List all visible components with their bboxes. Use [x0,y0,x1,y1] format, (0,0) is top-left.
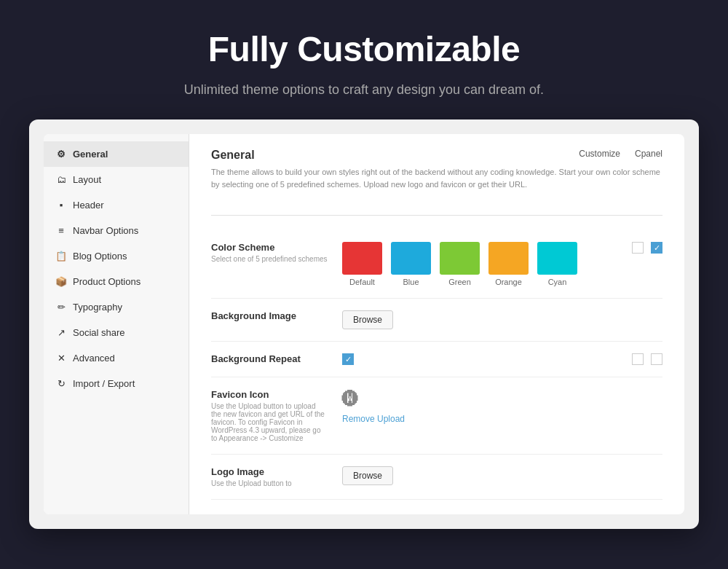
hero-section: Fully Customizable Unlimited theme optio… [0,0,728,119]
swatch-orange[interactable]: Orange [488,242,529,286]
hero-title: Fully Customizable [15,29,713,69]
color-scheme-label: Color Scheme [211,242,328,253]
sidebar-item-product[interactable]: 📦 Product Options [44,269,189,294]
background-repeat-content: ✓ [342,353,617,365]
background-repeat-row: Background Repeat ✓ [211,342,662,377]
panel-inner: ⚙ General 🗂 Layout ▪ Header ≡ Navbar Opt… [44,134,684,514]
background-repeat-label-col: Background Repeat [211,353,328,364]
background-repeat-controls [632,353,662,365]
hero-subtitle: Unlimited theme options to craft any des… [15,82,713,98]
favicon-label-col: Favicon Icon Use the Upload button to up… [211,389,328,442]
sidebar-item-import[interactable]: ↻ Import / Export [44,371,189,396]
sidebar-label-blog: Blog Options [73,251,127,262]
swatch-blue-color[interactable] [391,242,431,275]
swatch-green-color[interactable] [440,242,480,275]
sidebar-icon-typography: ✏ [55,302,67,313]
color-scheme-row: Color Scheme Select one of 5 predefined … [211,230,662,299]
favicon-sublabel: Use the Upload button to upload the new … [211,402,328,442]
sidebar-item-header[interactable]: ▪ Header [44,192,189,218]
background-repeat-checkbox3[interactable] [651,353,662,365]
wordpress-icon: 🅦 [342,389,405,409]
color-swatches: Default Blue Green Orange [342,242,577,286]
panel-container: ⚙ General 🗂 Layout ▪ Header ≡ Navbar Opt… [29,119,699,529]
sidebar-icon-advanced: ✕ [55,353,67,364]
swatch-default-color[interactable] [342,242,382,275]
sidebar-icon-layout: 🗂 [55,174,67,185]
remove-upload-link[interactable]: Remove Upload [342,414,405,424]
sidebar-icon-social: ↗ [55,327,67,338]
swatch-cyan-color[interactable] [537,242,577,275]
logo-image-sublabel: Use the Upload button to [211,479,328,487]
swatch-orange-color[interactable] [488,242,529,275]
sidebar-icon-general: ⚙ [55,149,67,160]
sidebar-icon-product: 📦 [55,276,67,287]
sidebar: ⚙ General 🗂 Layout ▪ Header ≡ Navbar Opt… [44,134,189,514]
swatch-default-label: Default [349,278,375,286]
sidebar-item-advanced[interactable]: ✕ Advanced [44,345,189,371]
sidebar-icon-import: ↻ [55,378,67,389]
logo-image-label-col: Logo Image Use the Upload button to [211,466,328,487]
background-repeat-checkbox2[interactable] [632,353,644,365]
sidebar-icon-blog: 📋 [55,251,67,262]
sidebar-label-general: General [73,149,108,160]
sidebar-label-social: Social share [73,327,125,338]
color-scheme-checkbox2[interactable]: ✓ [651,242,662,254]
sidebar-item-navbar[interactable]: ≡ Navbar Options [44,218,189,243]
main-content: General The theme allows to build your o… [189,134,684,514]
background-image-content: Browse [342,310,662,329]
background-image-label: Background Image [211,310,328,321]
color-scheme-label-col: Color Scheme Select one of 5 predefined … [211,242,328,263]
sidebar-label-advanced: Advanced [73,353,115,364]
swatch-cyan[interactable]: Cyan [537,242,577,286]
color-scheme-checkbox1[interactable] [632,242,644,254]
background-image-browse[interactable]: Browse [342,310,393,329]
swatch-cyan-label: Cyan [548,278,567,286]
sidebar-item-blog[interactable]: 📋 Blog Options [44,243,189,269]
logo-image-content: Browse [342,466,662,485]
logo-image-browse[interactable]: Browse [342,466,393,485]
color-scheme-sublabel: Select one of 5 predefined schemes [211,255,328,263]
top-links: Customize Cpanel [579,149,662,159]
sidebar-label-layout: Layout [73,174,101,185]
sidebar-item-layout[interactable]: 🗂 Layout [44,167,189,192]
favicon-label: Favicon Icon [211,389,328,400]
background-repeat-label: Background Repeat [211,353,328,364]
logo-image-row: Logo Image Use the Upload button to Brow… [211,455,662,500]
sidebar-label-header: Header [73,200,104,211]
sidebar-item-general[interactable]: ⚙ General [44,141,189,167]
sidebar-icon-header: ▪ [55,200,67,211]
sidebar-label-typography: Typography [73,302,122,313]
swatch-orange-label: Orange [495,278,522,286]
favicon-content: 🅦 Remove Upload [342,389,662,424]
sidebar-label-navbar: Navbar Options [73,225,138,236]
swatch-green-label: Green [448,278,471,286]
color-scheme-content: Default Blue Green Orange [342,242,617,286]
cpanel-link[interactable]: Cpanel [635,149,662,159]
favicon-row: Favicon Icon Use the Upload button to up… [211,377,662,455]
logo-image-label: Logo Image [211,466,328,477]
favicon-controls: 🅦 Remove Upload [342,389,405,424]
section-header: General The theme allows to build your o… [211,149,662,216]
section-description: The theme allows to build your own style… [211,166,662,190]
sidebar-icon-navbar: ≡ [55,225,67,236]
swatch-green[interactable]: Green [440,242,480,286]
customize-link[interactable]: Customize [579,149,620,159]
swatch-blue-label: Blue [403,278,419,286]
sidebar-label-product: Product Options [73,276,141,287]
sidebar-label-import: Import / Export [73,378,135,389]
swatch-blue[interactable]: Blue [391,242,431,286]
sidebar-item-social[interactable]: ↗ Social share [44,320,189,345]
color-scheme-controls: ✓ [632,242,662,254]
sidebar-item-typography[interactable]: ✏ Typography [44,294,189,320]
background-image-row: Background Image Browse [211,299,662,342]
background-repeat-checkbox1[interactable]: ✓ [342,353,354,365]
background-image-label-col: Background Image [211,310,328,321]
swatch-default[interactable]: Default [342,242,382,286]
